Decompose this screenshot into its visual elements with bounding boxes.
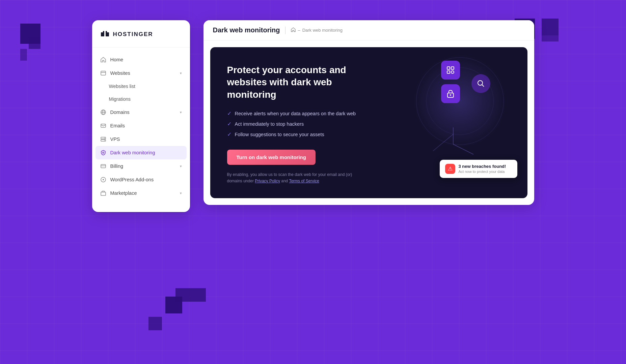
chevron-down-icon: ▾ bbox=[180, 71, 182, 75]
disclaimer-text: By enabling, you allow us to scan the da… bbox=[227, 172, 355, 184]
svg-rect-20 bbox=[447, 67, 450, 69]
lock-icon-box bbox=[441, 84, 460, 103]
feature-list: ✓ Receive alerts when your data appears … bbox=[227, 110, 382, 138]
breach-alert-title: 3 new breaches found! bbox=[459, 164, 506, 169]
svg-point-13 bbox=[104, 140, 105, 141]
billing-icon bbox=[100, 163, 106, 169]
dark-card: Protect your accounts and websites with … bbox=[210, 47, 527, 198]
sidebar-item-websites[interactable]: Websites ▾ bbox=[92, 66, 190, 80]
svg-point-18 bbox=[103, 179, 104, 180]
domains-icon bbox=[100, 109, 106, 115]
card-content: Protect your accounts and websites with … bbox=[227, 64, 382, 185]
svg-point-14 bbox=[103, 152, 104, 153]
main-panel: Dark web monitoring – Dark web monitorin… bbox=[203, 20, 534, 205]
sidebar-item-wordpress-addons[interactable]: WordPress Add-ons bbox=[92, 173, 190, 186]
chevron-down-icon: ▾ bbox=[180, 164, 182, 169]
svg-rect-3 bbox=[106, 31, 107, 33]
svg-rect-2 bbox=[103, 31, 104, 33]
vps-icon bbox=[100, 136, 106, 142]
scan-icon-box bbox=[441, 61, 460, 80]
page-title: Dark web monitoring bbox=[213, 26, 280, 34]
chevron-down-icon: ▾ bbox=[180, 191, 182, 195]
sidebar-item-vps[interactable]: VPS bbox=[92, 132, 190, 146]
logo-icon bbox=[100, 30, 110, 39]
connector-lines bbox=[426, 124, 480, 164]
breach-alert-content: 3 new breaches found! Act now to protect… bbox=[459, 164, 506, 174]
sidebar-item-label: Websites list bbox=[109, 84, 135, 89]
sidebar-item-label: VPS bbox=[110, 136, 120, 142]
chevron-down-icon: ▾ bbox=[180, 110, 182, 115]
main-layout: HOSTINGER Home Websites ▾ Websites list bbox=[0, 0, 626, 364]
sidebar-item-label: Billing bbox=[110, 163, 124, 169]
sidebar-item-label: Marketplace bbox=[110, 190, 137, 196]
feature-item-3: ✓ Follow suggestions to secure your asse… bbox=[227, 131, 382, 138]
sidebar-item-domains[interactable]: Domains ▾ bbox=[92, 105, 190, 119]
sidebar-item-websites-list[interactable]: Websites list bbox=[92, 80, 190, 93]
check-icon-2: ✓ bbox=[227, 121, 232, 127]
terms-link[interactable]: Terms of Service bbox=[289, 179, 319, 183]
svg-point-23 bbox=[451, 71, 454, 73]
svg-rect-9 bbox=[101, 124, 106, 127]
breadcrumb-home-icon bbox=[291, 27, 296, 33]
sidebar-item-label: Home bbox=[110, 57, 124, 62]
svg-rect-4 bbox=[101, 71, 106, 75]
sidebar-item-dark-web[interactable]: Dark web monitoring bbox=[96, 146, 187, 159]
marketplace-icon bbox=[100, 190, 106, 196]
sidebar-item-label: WordPress Add-ons bbox=[110, 177, 154, 182]
breach-alert: ⚠ 3 new breaches found! Act now to prote… bbox=[440, 160, 517, 178]
breach-alert-subtitle: Act now to protect your data bbox=[459, 170, 506, 174]
svg-point-26 bbox=[478, 81, 483, 85]
card-heading: Protect your accounts and websites with … bbox=[227, 64, 382, 101]
shield-icon bbox=[100, 150, 106, 156]
sidebar-item-migrations[interactable]: Migrations bbox=[92, 93, 190, 105]
app-name: HOSTINGER bbox=[113, 31, 153, 38]
feature-text-3: Follow suggestions to secure your assets bbox=[235, 132, 324, 137]
svg-rect-21 bbox=[451, 67, 454, 69]
svg-line-27 bbox=[482, 85, 484, 87]
sidebar-item-emails[interactable]: Emails bbox=[92, 119, 190, 132]
sidebar-item-label: Websites bbox=[110, 70, 130, 76]
sidebar: HOSTINGER Home Websites ▾ Websites list bbox=[92, 20, 190, 212]
sidebar-divider bbox=[92, 47, 190, 48]
svg-rect-15 bbox=[101, 164, 106, 168]
privacy-policy-link[interactable]: Privacy Policy bbox=[255, 179, 280, 183]
search-circle bbox=[471, 74, 490, 93]
header-divider bbox=[285, 27, 285, 34]
sidebar-item-marketplace[interactable]: Marketplace ▾ bbox=[92, 186, 190, 200]
websites-icon bbox=[100, 70, 106, 76]
feature-item-1: ✓ Receive alerts when your data appears … bbox=[227, 110, 382, 117]
sidebar-item-label: Domains bbox=[110, 110, 130, 115]
home-icon bbox=[100, 57, 106, 63]
svg-point-25 bbox=[450, 94, 451, 96]
feature-text-2: Act immediately to stop hackers bbox=[235, 121, 304, 127]
breadcrumb-label: Dark web monitoring bbox=[302, 28, 343, 33]
sidebar-navigation: Home Websites ▾ Websites list Migrations… bbox=[92, 50, 190, 203]
check-icon-1: ✓ bbox=[227, 110, 232, 117]
svg-point-12 bbox=[104, 138, 105, 139]
emails-icon bbox=[100, 123, 106, 129]
sidebar-item-billing[interactable]: Billing ▾ bbox=[92, 159, 190, 173]
svg-rect-19 bbox=[101, 192, 106, 195]
panel-header: Dark web monitoring – Dark web monitorin… bbox=[203, 20, 534, 40]
sidebar-logo: HOSTINGER bbox=[92, 30, 190, 47]
sidebar-item-label: Emails bbox=[110, 123, 125, 128]
sidebar-item-home[interactable]: Home bbox=[92, 53, 190, 66]
sidebar-item-label: Dark web monitoring bbox=[110, 150, 155, 155]
check-icon-3: ✓ bbox=[227, 131, 232, 138]
breadcrumb: – Dark web monitoring bbox=[291, 27, 342, 33]
svg-rect-22 bbox=[447, 71, 450, 73]
breadcrumb-separator: – bbox=[298, 28, 300, 33]
wordpress-icon bbox=[100, 177, 106, 183]
sidebar-item-label: Migrations bbox=[109, 96, 131, 102]
warning-icon: ⚠ bbox=[445, 164, 455, 174]
feature-item-2: ✓ Act immediately to stop hackers bbox=[227, 121, 382, 127]
cta-button[interactable]: Turn on dark web monitoring bbox=[227, 150, 316, 165]
feature-text-1: Receive alerts when your data appears on… bbox=[235, 111, 356, 116]
